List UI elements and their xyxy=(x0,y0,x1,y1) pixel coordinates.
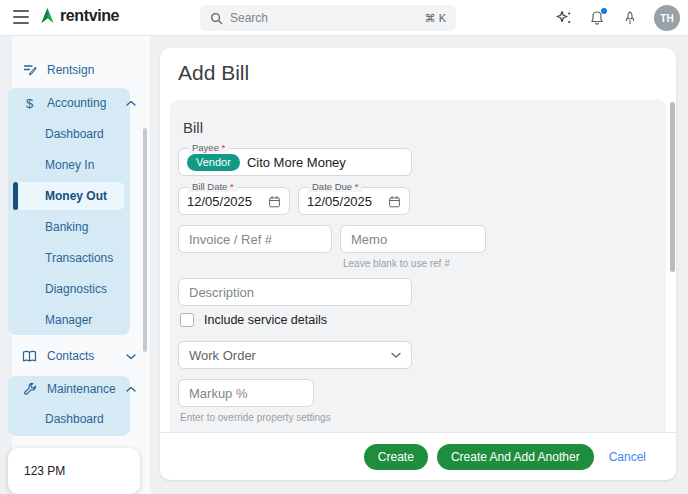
search-icon xyxy=(210,12,223,25)
user-avatar[interactable]: TH xyxy=(654,5,680,31)
chevron-up-icon xyxy=(126,100,136,107)
active-item-bar xyxy=(13,182,18,210)
create-and-add-another-button[interactable]: Create And Add Another xyxy=(437,444,594,470)
vendor-badge: Vendor xyxy=(187,154,240,171)
sparkle-icon xyxy=(556,10,572,26)
book-icon xyxy=(22,350,37,363)
add-bill-card: Add Bill Bill Payee * Vendor Cito More M… xyxy=(160,48,676,480)
work-order-select[interactable]: Work Order xyxy=(178,341,412,369)
sidebar-item-rentsign[interactable]: Rentsign xyxy=(12,57,136,83)
sidebar-item-maintenance-dashboard[interactable]: Dashboard xyxy=(45,406,104,432)
calendar-icon[interactable] xyxy=(268,195,281,208)
sidebar: Rentsign $ Accounting Dashboard Money In… xyxy=(0,36,150,494)
page-title: Add Bill xyxy=(178,61,249,85)
sidebar-item-accounting-dashboard[interactable]: Dashboard xyxy=(45,121,104,147)
sidebar-item-label: Rentsign xyxy=(47,63,94,77)
calendar-icon[interactable] xyxy=(388,195,401,208)
form-actions: Create Create And Add Another Cancel xyxy=(364,444,646,470)
company-switcher[interactable]: 123 PM xyxy=(8,448,140,494)
search-shortcut: ⌘ K xyxy=(425,12,446,25)
include-service-details-label: Include service details xyxy=(204,313,327,327)
top-bar: rentvine ⌘ K xyxy=(0,0,688,36)
memo-helper-text: Leave blank to use ref # xyxy=(343,258,450,269)
create-button[interactable]: Create xyxy=(364,444,428,470)
notifications-button[interactable] xyxy=(588,9,606,27)
rocket-icon xyxy=(622,10,638,26)
sidebar-group-accounting[interactable]: $ Accounting xyxy=(12,90,136,116)
sidebar-group-label: Contacts xyxy=(47,349,94,363)
search-input[interactable] xyxy=(230,11,418,25)
markup-helper-text: Enter to override property settings xyxy=(180,412,331,423)
logo-text: rentvine xyxy=(60,7,119,25)
sidebar-group-label: Accounting xyxy=(47,96,106,110)
form-scrollbar[interactable] xyxy=(670,102,675,272)
memo-input[interactable] xyxy=(340,225,486,253)
bill-form-panel: Bill Payee * Vendor Cito More Money Bill… xyxy=(170,100,666,432)
bill-date-label: Bill Date * xyxy=(188,181,238,192)
bill-date-value: 12/05/2025 xyxy=(187,194,261,209)
payee-label: Payee * xyxy=(188,142,229,153)
sidebar-item-money-in[interactable]: Money In xyxy=(45,152,94,178)
rentvine-logo-icon xyxy=(38,6,57,25)
sidebar-group-maintenance[interactable]: Maintenance xyxy=(12,376,136,402)
dollar-icon: $ xyxy=(22,96,37,111)
invoice-ref-input[interactable] xyxy=(178,225,332,253)
hamburger-menu-icon[interactable] xyxy=(13,10,29,24)
sidebar-item-transactions[interactable]: Transactions xyxy=(45,245,113,271)
cancel-link[interactable]: Cancel xyxy=(609,450,646,464)
global-search[interactable]: ⌘ K xyxy=(200,5,456,31)
date-due-value: 12/05/2025 xyxy=(307,194,381,209)
footer-divider xyxy=(160,432,676,433)
company-name: 123 PM xyxy=(24,464,65,478)
section-title: Bill xyxy=(183,119,203,136)
work-order-placeholder: Work Order xyxy=(189,348,256,363)
include-service-details-checkbox[interactable] xyxy=(180,313,194,327)
main-content: Add Bill Bill Payee * Vendor Cito More M… xyxy=(150,36,688,494)
sidebar-group-label: Maintenance xyxy=(47,382,116,396)
sidebar-item-diagnostics[interactable]: Diagnostics xyxy=(45,276,107,302)
wrench-icon xyxy=(22,382,37,396)
chevron-down-icon xyxy=(126,353,136,360)
notification-dot xyxy=(601,8,607,14)
description-input[interactable] xyxy=(178,278,412,306)
chevron-down-icon xyxy=(391,352,401,359)
chevron-up-icon xyxy=(126,386,136,393)
whats-new-button[interactable] xyxy=(621,9,639,27)
payee-value: Cito More Money xyxy=(247,155,346,170)
sidebar-item-money-out[interactable]: Money Out xyxy=(45,183,107,209)
sidebar-item-manager[interactable]: Manager xyxy=(45,307,92,333)
sidebar-scrollbar[interactable] xyxy=(143,128,147,352)
sidebar-group-contacts[interactable]: Contacts xyxy=(12,343,136,369)
sidebar-item-banking[interactable]: Banking xyxy=(45,214,88,240)
rentvine-logo[interactable]: rentvine xyxy=(38,6,119,25)
signature-icon xyxy=(22,63,37,77)
ai-assistant-button[interactable] xyxy=(555,9,573,27)
date-due-label: Date Due * xyxy=(308,181,362,192)
markup-input[interactable] xyxy=(178,379,314,407)
